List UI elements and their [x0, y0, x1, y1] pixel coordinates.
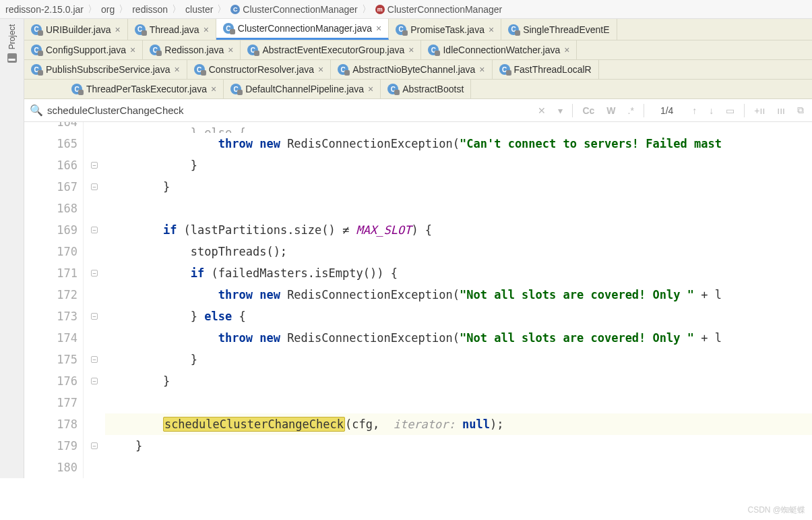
close-tab-icon[interactable]: ×: [479, 64, 485, 75]
code-line[interactable]: [105, 457, 812, 478]
editor-tab[interactable]: CAbstractEventExecutorGroup.java×: [241, 40, 421, 59]
fold-gutter: −−−−−−−−: [84, 122, 105, 478]
code-line[interactable]: }: [105, 349, 812, 370]
close-tab-icon[interactable]: ×: [115, 24, 121, 35]
java-class-icon: C: [150, 45, 160, 55]
editor-tab[interactable]: CDefaultChannelPipeline.java×: [224, 80, 381, 98]
tab-label: ConfigSupport.java: [46, 45, 126, 55]
filter-icon[interactable]: ⧉: [794, 103, 807, 117]
code-line[interactable]: }: [105, 435, 812, 457]
sidebar-label: Project: [7, 24, 17, 49]
java-class-icon: C: [499, 64, 510, 75]
close-tab-icon[interactable]: ×: [489, 24, 494, 35]
close-tab-icon[interactable]: ×: [130, 45, 135, 55]
close-tab-icon[interactable]: ×: [408, 45, 414, 55]
java-class-icon: C: [31, 64, 42, 75]
code-line[interactable]: if (lastPartitions.size() ≠ MAX_SLOT) {: [105, 219, 812, 241]
editor-tab[interactable]: CIdleConnectionWatcher.java×: [421, 40, 577, 59]
code-line[interactable]: } else {: [105, 306, 812, 327]
code-editor[interactable]: 1641651661671681691701711721731741751761…: [24, 122, 812, 478]
add-selection-icon[interactable]: +ıı: [751, 104, 768, 117]
close-tab-icon[interactable]: ×: [376, 23, 381, 34]
regex-toggle[interactable]: .*: [625, 104, 637, 117]
fold-icon[interactable]: −: [91, 162, 98, 169]
breadcrumb-item[interactable]: org: [101, 4, 115, 15]
code-line[interactable]: }: [105, 154, 812, 176]
breadcrumb-item[interactable]: C ClusterConnectionManager: [230, 4, 357, 15]
select-all-icon[interactable]: ▭: [723, 104, 737, 117]
close-tab-icon[interactable]: ×: [228, 45, 233, 55]
chevron-right-icon: 〉: [362, 3, 371, 16]
close-tab-icon[interactable]: ×: [368, 84, 373, 94]
code-line[interactable]: } else {: [105, 122, 812, 133]
chevron-right-icon: 〉: [172, 3, 181, 16]
tab-label: URIBuilder.java: [46, 24, 111, 35]
search-input[interactable]: [47, 105, 535, 116]
editor-tab[interactable]: CRedisson.java×: [143, 40, 241, 59]
whole-word-toggle[interactable]: W: [604, 104, 618, 117]
code-line[interactable]: [105, 392, 812, 413]
close-tab-icon[interactable]: ×: [211, 84, 216, 94]
select-all-occurrences-icon[interactable]: ııı: [774, 104, 788, 117]
code-line[interactable]: throw new RedisConnectionException("Can'…: [105, 133, 812, 154]
fold-icon[interactable]: −: [91, 270, 98, 277]
code-line[interactable]: throw new RedisConnectionException("Not …: [105, 284, 812, 306]
method-icon: m: [375, 5, 385, 14]
close-tab-icon[interactable]: ×: [174, 64, 179, 75]
editor-tab[interactable]: CConfigSupport.java×: [24, 40, 143, 59]
breadcrumb-item[interactable]: cluster: [185, 4, 213, 15]
breadcrumb-item[interactable]: redisson-2.15.0.jar: [5, 4, 84, 15]
editor-tab[interactable]: CThread.java×: [128, 19, 216, 40]
tab-label: AbstractEventExecutorGroup.java: [262, 45, 404, 55]
fold-icon[interactable]: −: [91, 442, 98, 449]
fold-icon[interactable]: −: [91, 183, 98, 190]
prev-match-icon[interactable]: ↑: [689, 104, 699, 117]
tab-label: PublishSubscribeService.java: [46, 64, 170, 75]
chevron-right-icon: 〉: [119, 3, 128, 16]
clear-search-icon[interactable]: ✕: [535, 104, 549, 117]
close-tab-icon[interactable]: ×: [564, 45, 569, 55]
fold-icon[interactable]: −: [91, 227, 98, 233]
editor-tab[interactable]: CAbstractNioByteChannel.java×: [331, 60, 492, 79]
search-history-icon[interactable]: ▾: [555, 104, 565, 117]
breadcrumb-item[interactable]: redisson: [132, 4, 168, 15]
code-line[interactable]: stopThreads();: [105, 241, 812, 262]
code-line[interactable]: [105, 198, 812, 219]
code-line[interactable]: }: [105, 370, 812, 392]
editor-tab[interactable]: CPublishSubscribeService.java×: [24, 60, 187, 79]
java-class-icon: C: [428, 45, 439, 55]
editor-tab[interactable]: CFastThreadLocalR: [493, 60, 599, 79]
editor-tab[interactable]: CSingleThreadEventE: [501, 19, 617, 40]
editor-tab[interactable]: CConstructorResolver.java×: [187, 60, 332, 79]
close-tab-icon[interactable]: ×: [318, 64, 323, 75]
code-line[interactable]: scheduleClusterChangeCheck(cfg, iterator…: [105, 413, 812, 435]
tab-label: PromiseTask.java: [410, 24, 485, 35]
code-area[interactable]: } else { throw new RedisConnectionExcept…: [105, 122, 812, 478]
editor-tab[interactable]: CURIBuilder.java×: [24, 19, 128, 40]
code-line[interactable]: if (failedMasters.isEmpty()) {: [105, 262, 812, 284]
fold-icon[interactable]: −: [91, 313, 98, 320]
match-case-toggle[interactable]: Cc: [580, 104, 597, 117]
next-match-icon[interactable]: ↓: [706, 104, 716, 117]
close-tab-icon[interactable]: ×: [204, 24, 209, 35]
java-class-icon: C: [194, 64, 205, 75]
code-line[interactable]: }: [105, 176, 812, 198]
code-line[interactable]: throw new RedisConnectionException("Not …: [105, 327, 812, 349]
editor-tab[interactable]: CClusterConnectionManager.java×: [216, 19, 389, 40]
project-tool-window-bar[interactable]: Project ▬: [0, 19, 24, 478]
breadcrumb-item[interactable]: m ClusterConnectionManager: [375, 4, 502, 15]
search-icon: 🔍: [30, 104, 43, 117]
fold-icon[interactable]: −: [91, 356, 98, 363]
find-bar: 🔍 ✕ ▾ Cc W .* 1/4 ↑ ↓ ▭ +ıı ııı ⧉: [24, 99, 812, 122]
tab-label: AbstractBootst: [402, 84, 464, 94]
editor-tab[interactable]: CThreadPerTaskExecutor.java×: [65, 80, 224, 98]
folder-icon: ▬: [7, 53, 17, 63]
editor-tab[interactable]: CAbstractBootst: [381, 80, 471, 98]
java-class-icon: C: [71, 84, 82, 94]
tab-label: DefaultChannelPipeline.java: [245, 84, 364, 94]
java-class-icon: C: [31, 24, 42, 35]
tab-label: ThreadPerTaskExecutor.java: [86, 84, 207, 94]
chevron-right-icon: 〉: [217, 3, 226, 16]
editor-tab[interactable]: CPromiseTask.java×: [389, 19, 501, 40]
fold-icon[interactable]: −: [91, 378, 98, 384]
